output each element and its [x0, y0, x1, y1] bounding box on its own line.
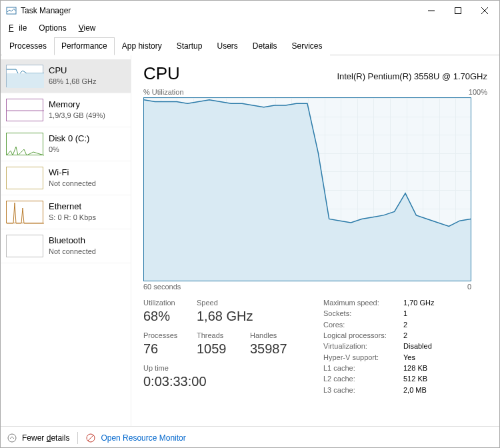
sidebar-item-sub: Not connected [49, 247, 96, 257]
cores-value: 2 [403, 321, 471, 329]
tab-startup[interactable]: Startup [169, 37, 210, 55]
hyperv-value: Yes [403, 353, 471, 362]
maxspeed-value: 1,70 GHz [403, 299, 471, 307]
cpu-model: Intel(R) Pentium(R) 3558U @ 1.70GHz [337, 71, 487, 81]
svg-rect-5 [7, 73, 44, 88]
sidebar-item-sub: 1,9/3,9 GB (49%) [49, 111, 105, 121]
cpu-utilization-graph[interactable] [143, 97, 471, 281]
lprocs-value: 2 [403, 331, 471, 340]
l3-value: 2,0 MB [403, 386, 471, 395]
l2-value: 512 KB [403, 375, 471, 383]
sidebar-item-label: Wi-Fi [49, 167, 96, 179]
page-title: CPU [143, 63, 180, 84]
graph-ylabel: % Utilization [143, 88, 184, 96]
uptime-label: Up time [143, 364, 303, 372]
sidebar-item-sub: S: 0 R: 0 Kbps [49, 213, 96, 223]
open-resource-monitor-link[interactable]: Open Resource Monitor [101, 433, 185, 443]
processes-label: Processes [143, 331, 197, 339]
l1-value: 128 KB [403, 364, 471, 373]
taskmgr-icon [6, 5, 17, 16]
fewer-details-link[interactable]: Fewer details [22, 433, 69, 443]
stats-details: Maximum speed:1,70 GHz Sockets:1 Cores:2… [323, 299, 471, 395]
separator [77, 432, 78, 444]
footer: Fewer details Open Resource Monitor [1, 426, 499, 448]
bluetooth-thumb-icon [6, 235, 43, 257]
sidebar-item-memory[interactable]: Memory 1,9/3,9 GB (49%) [1, 93, 131, 127]
tab-users[interactable]: Users [209, 37, 245, 55]
menu-file[interactable]: File [6, 22, 29, 34]
minimize-button[interactable] [418, 1, 445, 21]
sidebar-item-label: Bluetooth [49, 235, 96, 247]
sidebar-item-sub: 0% [49, 145, 89, 155]
maxspeed-label: Maximum speed: [323, 299, 403, 307]
sidebar-item-wifi[interactable]: Wi-Fi Not connected [1, 161, 131, 195]
sidebar-item-cpu[interactable]: CPU 68% 1,68 GHz [1, 59, 131, 93]
resource-monitor-icon [86, 433, 95, 443]
threads-label: Threads [197, 331, 250, 339]
sockets-label: Sockets: [323, 309, 403, 318]
sidebar-item-disk[interactable]: Disk 0 (C:) 0% [1, 127, 131, 161]
l1-label: L1 cache: [323, 364, 403, 373]
utilization-value: 68% [143, 309, 197, 324]
graph-x-left: 60 seconds [143, 283, 181, 291]
tabs: Processes Performance App history Startu… [1, 37, 499, 55]
wifi-thumb-icon [6, 167, 43, 189]
disk-thumb-icon [6, 133, 43, 155]
sidebar-item-ethernet[interactable]: Ethernet S: 0 R: 0 Kbps [1, 195, 131, 229]
tab-details[interactable]: Details [245, 37, 285, 55]
menubar: File Options View [1, 21, 499, 37]
tab-performance[interactable]: Performance [54, 37, 115, 55]
sidebar-item-sub: Not connected [49, 179, 96, 189]
sidebar-item-label: Ethernet [49, 201, 96, 213]
virt-label: Virtualization: [323, 342, 403, 351]
lprocs-label: Logical processors: [323, 331, 403, 340]
tab-processes[interactable]: Processes [2, 37, 54, 55]
sidebar-item-label: CPU [49, 65, 97, 77]
sidebar-item-sub: 68% 1,68 GHz [49, 77, 97, 87]
handles-label: Handles [250, 331, 303, 339]
virt-value: Disabled [403, 342, 471, 351]
sidebar-item-label: Memory [49, 99, 105, 111]
menu-options[interactable]: Options [36, 22, 69, 34]
sidebar-item-bluetooth[interactable]: Bluetooth Not connected [1, 229, 131, 263]
l2-label: L2 cache: [323, 375, 403, 383]
stats-primary: Utilization Speed . 68% 1,68 GHz Process… [143, 299, 303, 395]
l3-label: L3 cache: [323, 386, 403, 395]
sidebar-item-label: Disk 0 (C:) [49, 133, 89, 145]
close-button[interactable] [471, 1, 498, 21]
uptime-value: 0:03:33:00 [143, 374, 303, 389]
main-panel: CPU Intel(R) Pentium(R) 3558U @ 1.70GHz … [131, 55, 499, 426]
svg-line-9 [88, 435, 93, 441]
utilization-label: Utilization [143, 299, 197, 307]
speed-label: Speed [197, 299, 250, 307]
sidebar: CPU 68% 1,68 GHz Memory 1,9/3,9 GB (49%)… [1, 55, 131, 426]
titlebar: Task Manager [1, 1, 499, 21]
ethernet-thumb-icon [6, 201, 43, 223]
hyperv-label: Hyper-V support: [323, 353, 403, 362]
menu-view[interactable]: View [76, 22, 99, 34]
handles-value: 35987 [250, 341, 303, 357]
speed-value: 1,68 GHz [197, 309, 303, 324]
sockets-value: 1 [403, 309, 471, 318]
graph-x-right: 0 [467, 283, 471, 291]
svg-rect-0 [7, 7, 16, 14]
tab-app-history[interactable]: App history [115, 37, 169, 55]
tab-services[interactable]: Services [285, 37, 330, 55]
graph-ymax: 100% [469, 88, 487, 96]
processes-value: 76 [143, 341, 197, 357]
window-title: Task Manager [21, 6, 418, 15]
threads-value: 1059 [197, 341, 250, 357]
svg-rect-2 [455, 8, 461, 14]
cpu-thumb-icon [6, 65, 43, 87]
svg-point-7 [8, 434, 16, 442]
cores-label: Cores: [323, 321, 403, 329]
memory-thumb-icon [6, 99, 43, 121]
maximize-button[interactable] [445, 1, 471, 21]
content: CPU 68% 1,68 GHz Memory 1,9/3,9 GB (49%)… [1, 55, 499, 426]
chevron-up-icon[interactable] [7, 433, 17, 443]
